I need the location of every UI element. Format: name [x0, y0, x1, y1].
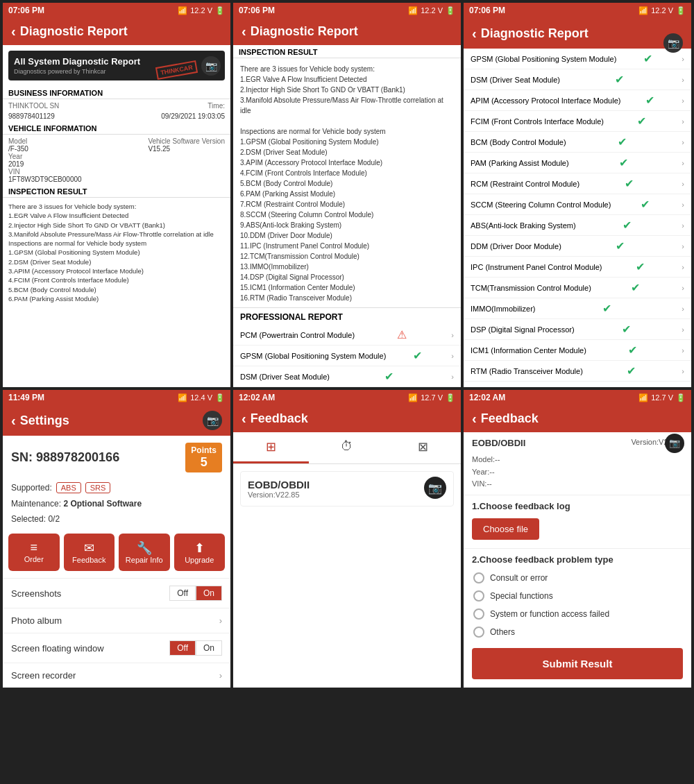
eobd-card[interactable]: EOBD/OBDII Version:V22.85 📷	[240, 471, 454, 506]
tool-sn-value: 988978401129	[8, 112, 55, 120]
choose-file-btn[interactable]: Choose file	[472, 518, 539, 540]
upgrade-label: Upgrade	[185, 556, 214, 564]
back-arrow-4[interactable]: ‹	[11, 413, 16, 429]
floating-on[interactable]: On	[196, 640, 222, 656]
insp-n8: 8.SCCM (Steering Column Control Module)	[240, 210, 454, 220]
issue-3: 3.Manifold Absolute Pressure/Mass Air Fl…	[8, 230, 225, 239]
module-row-pcm[interactable]: PCM (Powertrain Control Module) ⚠ ›	[233, 325, 461, 346]
module-row-tcm[interactable]: TCM(Transmission Control Module) ✔ ›	[464, 278, 691, 298]
camera-btn-6[interactable]: 📷	[665, 434, 684, 453]
back-arrow-1[interactable]: ‹	[11, 24, 16, 40]
status-bar-5: 12:02 AM 📶 12.7 V 🔋	[233, 390, 461, 405]
insp-n11: 11.IPC (Instrument Panel Control Module)	[240, 241, 454, 251]
maint-value: 2 Optional Software	[63, 499, 142, 509]
insp-n1: 1.GPSM (Global Positioning System Module…	[240, 137, 454, 147]
module-row-rcm[interactable]: RCM (Restraint Control Module) ✔ ›	[464, 173, 691, 194]
status-icons-3: 📶 12.2 V 🔋	[638, 6, 686, 15]
screenshots-on[interactable]: On	[196, 586, 222, 601]
normal-5: 5.BCM (Body Control Module)	[8, 285, 225, 294]
camera-btn-3[interactable]: 📷	[663, 33, 683, 53]
module-row-gpsm[interactable]: GPSM (Global Positioning System Module) …	[233, 346, 461, 366]
radio-others-circle[interactable]	[473, 627, 484, 638]
feedback-log-section: 1.Choose feedback log	[464, 497, 691, 515]
vin-label: VIN	[8, 168, 82, 176]
upgrade-btn[interactable]: ⬆ Upgrade	[174, 534, 226, 571]
module-row-gpsm2[interactable]: GPSM (Global Positioning System Module) …	[464, 49, 691, 69]
insp-n14: 14.DSP (Digital Signal Processor)	[240, 272, 454, 282]
floating-off[interactable]: Off	[169, 640, 196, 656]
radio-others[interactable]: Others	[464, 623, 691, 641]
chevron-pcm: ›	[451, 331, 454, 339]
radio-others-label: Others	[490, 627, 515, 637]
screenshots-off[interactable]: Off	[169, 586, 196, 601]
battery-icon-2: 🔋	[446, 6, 455, 15]
repair-label: Repair Info	[126, 556, 163, 564]
panel-header-3: ‹ Diagnostic Report 📷	[464, 18, 691, 49]
normal-4: 4.FCIM (Front Controls Interface Module)	[8, 275, 225, 284]
module-row-apim[interactable]: APIM (Accessory Protocol Interface Modul…	[464, 90, 691, 111]
feedback-btn[interactable]: ✉ Feedback	[64, 534, 115, 571]
module-row-icm1[interactable]: ICM1 (Information Center Module) ✔ ›	[464, 340, 691, 361]
status-ok-gpsm: ✔	[413, 349, 422, 362]
camera-btn-5[interactable]: 📷	[424, 477, 446, 499]
module-row-dsp[interactable]: DSP (Digital Signal Processor) ✔ ›	[464, 319, 691, 340]
battery-icon-5: 🔋	[446, 393, 455, 402]
ok-ddm: ✔	[616, 239, 625, 253]
photo-album-row[interactable]: Photo album ›	[3, 608, 230, 633]
back-arrow-3[interactable]: ‹	[472, 26, 477, 42]
panel-title-1: Diagnostic Report	[20, 24, 128, 39]
mod-ddm: DDM (Driver Door Module)	[471, 242, 561, 250]
back-arrow-5[interactable]: ‹	[242, 411, 246, 427]
order-btn[interactable]: ≡ Order	[8, 534, 60, 571]
wifi-icon-3: 📶	[638, 6, 648, 15]
module-name-dsm: DSM (Driver Seat Module)	[240, 373, 330, 381]
module-row-dsm2[interactable]: DSM (Driver Seat Module) ✔ ›	[464, 69, 691, 90]
back-arrow-6[interactable]: ‹	[472, 411, 477, 427]
radio-special[interactable]: Special functions	[464, 587, 691, 605]
radio-consult-circle[interactable]	[473, 572, 484, 583]
module-row-ipc[interactable]: IPC (Instrument Panel Control Module) ✔ …	[464, 257, 691, 278]
supported-label: Supported:	[11, 483, 52, 493]
sn-label: SN:	[11, 450, 33, 464]
submit-result-btn[interactable]: Submit Result	[472, 648, 683, 679]
module-row-immo[interactable]: IMMO(Immobilizer) ✔ ›	[464, 298, 691, 319]
screen-recorder-label: Screen recorder	[11, 670, 76, 681]
screen-floating-toggle[interactable]: Off On	[169, 640, 222, 656]
module-row-abs[interactable]: ABS(Anti-lock Braking System) ✔ ›	[464, 215, 691, 236]
back-arrow-2[interactable]: ‹	[242, 24, 246, 40]
panel-content-4: SN: 988978200166 Points 5 Supported: ABS…	[3, 436, 230, 688]
mod-sccm: SCCM (Steering Column Control Module)	[471, 201, 611, 209]
screenshots-toggle[interactable]: Off On	[169, 586, 222, 601]
module-row-fcim[interactable]: FCIM (Front Controls Interface Module) ✔…	[464, 111, 691, 132]
detail-model: Model:--	[472, 454, 683, 466]
mod-rtm: RTM (Radio Transceiver Module)	[471, 367, 583, 375]
business-section: BUSINESS INFORMATION	[3, 86, 230, 99]
tab-grid[interactable]: ⊞	[233, 432, 309, 463]
insp-issue-1: 1.EGR Valve A Flow Insufficient Detected	[240, 74, 454, 85]
camera-btn-1[interactable]: 📷	[201, 56, 221, 76]
radio-consult[interactable]: Consult or error	[464, 569, 691, 587]
module-row-bcm[interactable]: BCM (Body Control Module) ✔ ›	[464, 132, 691, 153]
photo-album-arrow: ›	[219, 615, 222, 626]
points-badge: Points 5	[185, 443, 222, 472]
status-bar-6: 12:02 AM 📶 12.7 V 🔋	[464, 390, 691, 405]
insp-n2: 2.DSM (Driver Seat Module)	[240, 147, 454, 157]
module-row-ddm[interactable]: DDM (Driver Door Module) ✔ ›	[464, 236, 691, 257]
ok-tcm: ✔	[631, 281, 640, 294]
camera-btn-4[interactable]: 📷	[203, 411, 222, 430]
module-row-dsm[interactable]: DSM (Driver Seat Module) ✔ ›	[233, 366, 461, 387]
radio-system-circle[interactable]	[473, 608, 484, 620]
voltage-1: 12.2 V	[190, 6, 212, 15]
screen-recorder-row[interactable]: Screen recorder ›	[3, 663, 230, 688]
tab-feedback[interactable]: ⊠	[385, 432, 461, 463]
radio-special-circle[interactable]	[473, 590, 484, 602]
radio-system[interactable]: System or function access failed	[464, 605, 691, 623]
tab-history[interactable]: ⏱	[309, 432, 384, 463]
module-row-pam[interactable]: PAM (Parking Assist Module) ✔ ›	[464, 153, 691, 173]
panel-content-6: EOBD/OBDII Version:V22.80 📷 Model:-- Yea…	[464, 432, 691, 688]
feedback-info-header: EOBD/OBDII Version:V22.80 📷	[464, 432, 691, 454]
repair-info-btn[interactable]: 🔧 Repair Info	[119, 534, 170, 571]
module-row-rtm[interactable]: RTM (Radio Transceiver Module) ✔ ›	[464, 361, 691, 382]
module-row-sccm[interactable]: SCCM (Steering Column Control Module) ✔ …	[464, 194, 691, 215]
insp-n9: 9.ABS(Anti-lock Braking System)	[240, 220, 454, 230]
